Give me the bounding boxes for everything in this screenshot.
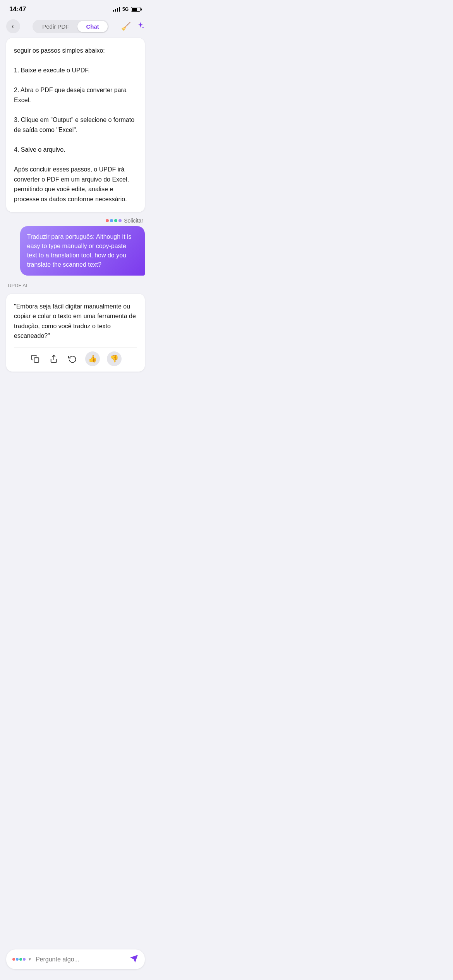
status-time: 14:47 bbox=[9, 5, 26, 13]
solicitar-label: Solicitar bbox=[106, 218, 145, 224]
status-icons: 5G bbox=[113, 7, 142, 12]
back-chevron-icon: ‹ bbox=[12, 23, 14, 29]
user-bubble-text: Traduzir para português: Although it is … bbox=[27, 232, 138, 269]
signal-icon bbox=[113, 7, 120, 12]
regenerate-button[interactable] bbox=[67, 353, 78, 365]
network-label: 5G bbox=[122, 7, 129, 12]
share-button[interactable] bbox=[48, 353, 60, 365]
ai-reply-text: "Embora seja fácil digitar manualmente o… bbox=[14, 302, 137, 341]
tab-switcher: Pedir PDF Chat bbox=[33, 20, 109, 33]
user-message-wrapper: Solicitar Traduzir para português: Altho… bbox=[6, 218, 145, 276]
tab-chat[interactable]: Chat bbox=[77, 21, 107, 32]
solicitar-text: Solicitar bbox=[124, 218, 143, 224]
chat-area: seguir os passos simples abaixo: 1. Baix… bbox=[0, 38, 151, 378]
broom-icon[interactable]: 🧹 bbox=[121, 22, 131, 31]
back-button[interactable]: ‹ bbox=[6, 19, 20, 33]
thumbs-up-button[interactable]: 👍 bbox=[85, 351, 100, 366]
tab-pedir-pdf[interactable]: Pedir PDF bbox=[34, 21, 77, 32]
ai-label: UPDF AI bbox=[6, 283, 145, 288]
ai-response-text: seguir os passos simples abaixo: 1. Baix… bbox=[14, 46, 137, 204]
sparkle-icon[interactable] bbox=[136, 21, 145, 32]
user-bubble: Traduzir para português: Although it is … bbox=[20, 226, 145, 276]
status-bar: 14:47 5G bbox=[0, 0, 151, 16]
nav-header: ‹ Pedir PDF Chat 🧹 bbox=[0, 16, 151, 38]
action-bar: 👍 👎 bbox=[14, 347, 137, 366]
thumbs-down-button[interactable]: 👎 bbox=[107, 351, 122, 366]
ai-reply-card: "Embora seja fácil digitar manualmente o… bbox=[6, 294, 145, 372]
copy-button[interactable] bbox=[29, 353, 41, 365]
svg-rect-0 bbox=[34, 358, 39, 362]
solicitar-dots bbox=[106, 219, 122, 222]
header-icons: 🧹 bbox=[121, 21, 145, 32]
ai-response-card: seguir os passos simples abaixo: 1. Baix… bbox=[6, 38, 145, 212]
battery-icon bbox=[131, 7, 142, 12]
